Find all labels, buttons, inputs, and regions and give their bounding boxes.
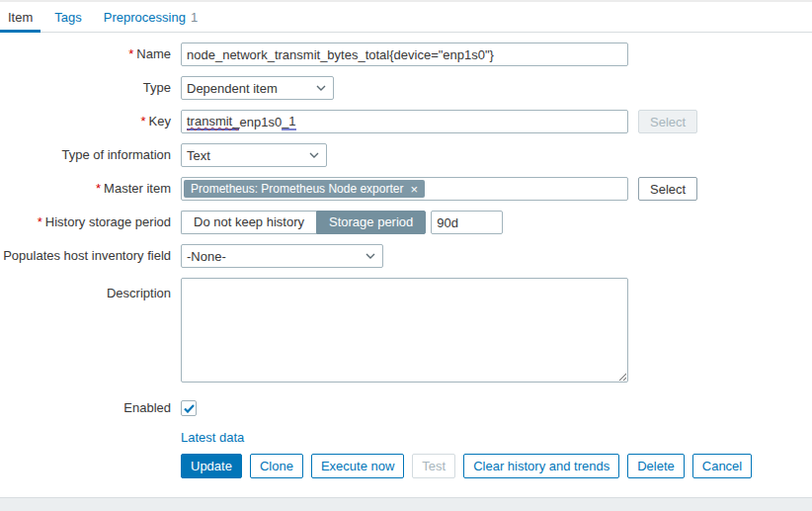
tab-preprocessing[interactable]: Preprocessing 1 [96, 2, 205, 32]
preprocessing-count-badge: 1 [191, 10, 198, 25]
checkmark-icon [184, 404, 195, 413]
delete-button[interactable]: Delete [627, 454, 685, 478]
history-mode-toggle: Do not keep history Storage period [181, 211, 426, 234]
cancel-button[interactable]: Cancel [692, 454, 752, 478]
clone-button[interactable]: Clone [250, 454, 303, 478]
test-button: Test [412, 454, 455, 478]
inventory-label: Populates host inventory field [3, 248, 171, 263]
key-value-part3: _1 [282, 114, 295, 130]
master-item-select-button[interactable]: Select [638, 177, 697, 201]
tab-preprocessing-label: Preprocessing [104, 10, 186, 25]
history-option-storage-period[interactable]: Storage period [316, 211, 426, 234]
type-of-information-row: Type of information Text [0, 143, 812, 167]
history-option-do-not-keep[interactable]: Do not keep history [181, 211, 316, 234]
type-label: Type [143, 80, 171, 95]
tab-tags-label: Tags [54, 10, 81, 25]
type-of-information-label: Type of information [61, 147, 171, 162]
history-period-input[interactable] [431, 211, 503, 234]
master-item-chip: Prometheus: Prometheus Node exporter × [184, 180, 425, 198]
key-select-button: Select [638, 110, 697, 133]
latest-data-row: Latest data [0, 430, 812, 445]
type-of-information-value: Text [187, 148, 210, 163]
master-item-row: *Master item Prometheus: Prometheus Node… [0, 177, 812, 201]
enabled-label: Enabled [123, 400, 171, 415]
history-storage-period-label: History storage period [45, 214, 171, 229]
form-actions-row: Update Clone Execute now Test Clear hist… [0, 454, 812, 478]
key-label: Key [149, 114, 171, 128]
description-row: Description [0, 278, 812, 383]
key-value-part1: transmit_ [187, 114, 239, 130]
master-item-multiselect[interactable]: Prometheus: Prometheus Node exporter × [181, 177, 628, 201]
key-input[interactable]: transmit_enp1s0_1 [181, 110, 628, 133]
description-label: Description [107, 286, 171, 300]
required-asterisk: * [96, 181, 101, 196]
inventory-select-value: -None- [187, 249, 226, 264]
inventory-row: Populates host inventory field -None- [0, 244, 812, 268]
update-button[interactable]: Update [181, 454, 242, 478]
master-item-label: Master item [104, 181, 171, 196]
name-input[interactable] [181, 43, 628, 66]
enabled-row: Enabled [0, 396, 812, 420]
chevron-down-icon [309, 152, 319, 158]
key-value-part2: enp1s0 [239, 115, 282, 129]
name-label: Name [136, 46, 171, 61]
type-select-value: Dependent item [187, 81, 278, 96]
latest-data-link[interactable]: Latest data [181, 430, 244, 445]
type-row: Type Dependent item [0, 76, 812, 100]
master-item-chip-label: Prometheus: Prometheus Node exporter [191, 182, 403, 196]
chevron-down-icon [365, 253, 375, 259]
required-asterisk: * [38, 214, 42, 229]
tab-item-label: Item [8, 10, 33, 25]
required-asterisk: * [141, 114, 146, 128]
inventory-select[interactable]: -None- [181, 244, 383, 268]
tab-bar: Item Tags Preprocessing 1 [0, 2, 812, 33]
page-footer-strip [0, 497, 812, 511]
enabled-checkbox[interactable] [181, 400, 197, 416]
tab-tags[interactable]: Tags [46, 2, 89, 32]
execute-now-button[interactable]: Execute now [311, 454, 404, 478]
remove-icon[interactable]: × [410, 183, 418, 196]
type-select[interactable]: Dependent item [181, 76, 334, 100]
history-storage-period-row: *History storage period Do not keep hist… [0, 211, 812, 234]
chevron-down-icon [316, 85, 326, 91]
name-row: *Name [0, 43, 812, 66]
type-of-information-select[interactable]: Text [181, 143, 327, 167]
required-asterisk: * [128, 46, 133, 61]
description-textarea[interactable] [181, 278, 628, 383]
item-form: *Name Type Dependent item *Key transmit_… [0, 33, 812, 478]
clear-history-and-trends-button[interactable]: Clear history and trends [463, 454, 619, 478]
tab-item[interactable]: Item [0, 2, 41, 32]
key-row: *Key transmit_enp1s0_1 Select [0, 110, 812, 133]
